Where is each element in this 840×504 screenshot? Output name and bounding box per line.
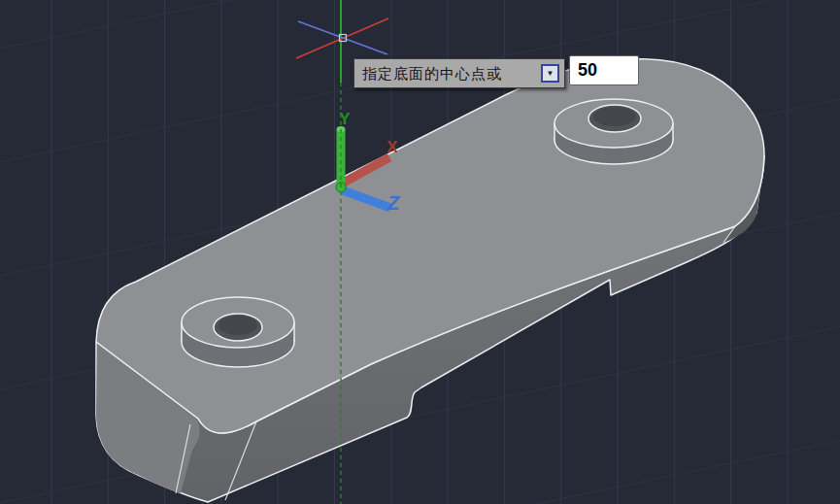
down-arrow-icon: ▼ [547, 70, 554, 78]
hole-shadow [218, 316, 257, 335]
autocad-viewport[interactable]: X Y Z 指定底面的中心点或 ▼ 50 [0, 0, 840, 504]
options-dropdown-button[interactable]: ▼ [541, 64, 559, 83]
boss-cylinder-right[interactable] [554, 99, 673, 164]
dynamic-input-field[interactable]: 50 [569, 55, 639, 85]
hole-shadow [593, 107, 636, 126]
dynamic-input-tooltip: 指定底面的中心点或 ▼ [353, 58, 565, 88]
dynamic-input-prompt: 指定底面的中心点或 [362, 65, 502, 82]
ucs-z-label: Z [386, 192, 400, 214]
ucs-x-label: X [386, 138, 398, 156]
boss-cylinder-left[interactable] [182, 297, 294, 367]
ucs-y-label: Y [339, 110, 351, 128]
